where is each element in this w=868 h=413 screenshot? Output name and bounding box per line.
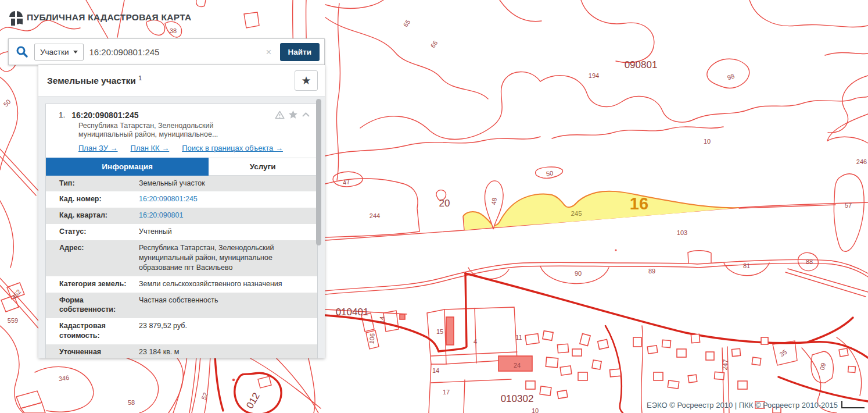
map-attribution: ЕЭКО © Росреестр 2010 | ПКК © Росреестр … (647, 401, 838, 410)
info-row-address: Адрес:Республика Татарстан, Зеленодольск… (46, 240, 317, 276)
favorites-button[interactable]: ★ (295, 70, 318, 91)
plan-zu-link[interactable]: План ЗУ → (78, 144, 118, 152)
result-index: 1. (53, 111, 65, 120)
cad-number-link[interactable]: 16:20:090801:245 (139, 194, 317, 204)
search-category-dropdown[interactable]: Участки (34, 44, 84, 60)
star-icon: ★ (301, 74, 311, 87)
scale-bar-icon (841, 401, 865, 408)
map-buildings (400, 314, 855, 413)
info-row-ownership: Форма собственности:Частная собственност… (46, 293, 317, 319)
collapse-chevron-icon[interactable] (302, 112, 310, 118)
info-row-area: Уточненная площадь:23 184 кв. м (46, 344, 317, 358)
info-row-status: Статус:Учтенный (46, 224, 317, 240)
find-button[interactable]: Найти (280, 43, 320, 61)
app-header: ПУБЛИЧНАЯ КАДАСТРОВАЯ КАРТА (8, 9, 191, 26)
results-count: 1 (138, 74, 142, 81)
pkk-logo-icon (8, 9, 23, 26)
panel-scrollbar[interactable] (316, 99, 321, 245)
star-icon[interactable] (288, 110, 298, 119)
info-row-type: Тип:Земельный участок (46, 176, 317, 192)
panel-title: Земельные участки 1 (47, 74, 142, 86)
info-table: Тип:Земельный участок Кад. номер: 16:20:… (46, 176, 317, 359)
warning-icon[interactable] (275, 111, 285, 119)
results-list: 1. 16:20:090801:245 (38, 97, 325, 358)
result-card: 1. 16:20:090801:245 (45, 104, 318, 358)
tab-information[interactable]: Информация (46, 158, 209, 176)
app-window: 3865660908011949810246504750204824424516… (0, 0, 868, 413)
results-panel-header: Земельные участки 1 ★ (38, 65, 325, 97)
info-row-cad-number: Кад. номер: 16:20:090801:245 (46, 191, 317, 208)
info-row-cad-quarter: Кад. квартал: 16:20:090801 (46, 208, 317, 224)
search-input[interactable] (89, 47, 258, 57)
app-title: ПУБЛИЧНАЯ КАДАСТРОВАЯ КАРТА (27, 12, 191, 23)
plan-kk-link[interactable]: План КК → (131, 144, 170, 152)
card-tabs: Информация Услуги (46, 158, 317, 176)
cad-quarter-link[interactable]: 16:20:090801 (139, 211, 317, 220)
search-in-bounds-link[interactable]: Поиск в границах объекта → (182, 144, 283, 152)
results-panel: Земельные участки 1 ★ 1. 16:20:090801:24… (38, 65, 325, 358)
search-icon (16, 45, 28, 58)
result-address: Республика Татарстан, Зеленодольский мун… (78, 122, 310, 140)
chevron-down-icon (73, 51, 78, 54)
result-cadastral-number: 16:20:090801:245 (71, 111, 138, 120)
info-row-land-category: Категория земель:Земли сельскохозяйствен… (46, 276, 317, 293)
search-bar: Участки × Найти (8, 38, 325, 65)
tab-services[interactable]: Услуги (209, 158, 317, 176)
info-row-cadastral-value: Кадастровая стоимость:23 879,52 руб. (46, 318, 317, 344)
clear-search-icon[interactable]: × (264, 47, 274, 57)
highlighted-parcel[interactable] (463, 191, 739, 230)
search-category-label: Участки (40, 48, 69, 56)
